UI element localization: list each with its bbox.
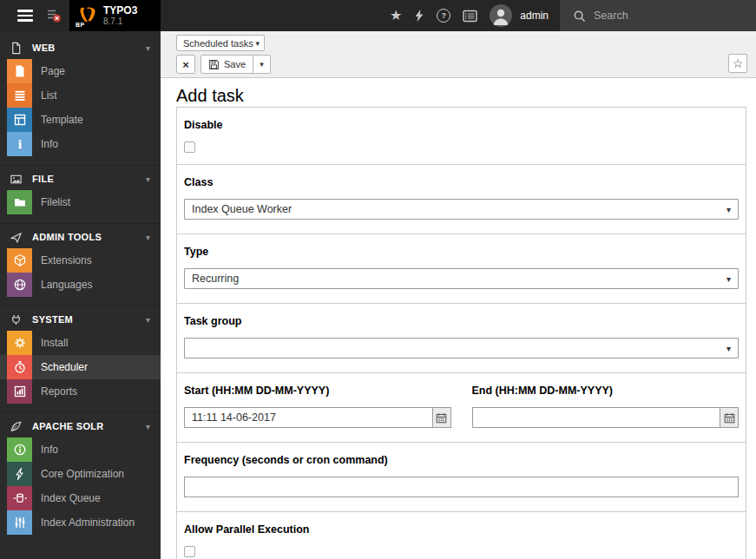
start-calendar-button[interactable] xyxy=(432,407,451,428)
sidebar-item-core-optimization[interactable]: Core Optimization xyxy=(0,462,161,486)
logo-badge: BP xyxy=(75,22,86,28)
sidebar-section-header-apache-solr[interactable]: APACHE SOLR ▾ xyxy=(0,415,161,437)
cube-icon xyxy=(7,248,32,273)
form-row-frequency: Frequency (seconds or cron command) xyxy=(177,442,746,511)
close-button[interactable]: × xyxy=(176,55,195,74)
start-input[interactable] xyxy=(184,407,433,428)
sidebar-section-header-system[interactable]: SYSTEM ▾ xyxy=(0,308,161,331)
scheduler-view-dropdown-value: Scheduled tasks xyxy=(183,38,253,49)
chevron-down-icon: ▾ xyxy=(146,233,150,242)
chevron-down-icon: ▾ xyxy=(726,274,731,284)
sidebar-item-reports[interactable]: Reports xyxy=(0,379,161,404)
save-button[interactable]: Save xyxy=(201,55,253,74)
sidebar-item-languages[interactable]: Languages xyxy=(0,273,161,297)
sidebar-item-info[interactable]: i Info xyxy=(0,132,161,156)
sidebar-item-list[interactable]: List xyxy=(0,83,161,108)
sidebar-item-template[interactable]: Template xyxy=(0,108,161,132)
section-label: APACHE SOLR xyxy=(32,421,146,431)
document-icon xyxy=(10,42,23,55)
parallel-checkbox[interactable] xyxy=(184,546,195,557)
disable-checkbox[interactable] xyxy=(184,141,195,153)
start-column: Start (HH:MM DD-MM-YYYY) xyxy=(184,385,451,428)
sidebar-section-header-file[interactable]: FILE ▾ xyxy=(0,168,161,190)
section-label: FILE xyxy=(32,174,146,184)
info-icon: i xyxy=(7,132,32,156)
stopwatch-icon xyxy=(7,355,32,379)
app-version: 8.7.1 xyxy=(103,16,137,26)
section-label: SYSTEM xyxy=(32,314,146,325)
calendar-icon xyxy=(436,412,447,424)
section-label: WEB xyxy=(32,43,146,53)
sidebar-item-page[interactable]: Page xyxy=(0,59,161,83)
chevron-down-icon: ▾ xyxy=(255,39,260,48)
frequency-input[interactable] xyxy=(184,477,739,497)
clear-cache-bolt-icon[interactable] xyxy=(414,9,424,23)
sidebar-section-header-web[interactable]: WEB ▾ xyxy=(0,36,161,59)
sidebar-item-extensions[interactable]: Extensions xyxy=(0,248,161,273)
bar-chart-icon xyxy=(7,379,32,404)
help-icon[interactable]: ? xyxy=(437,9,450,23)
sidebar-item-index-queue[interactable]: Index Queue xyxy=(0,486,161,510)
save-button-label: Save xyxy=(224,59,246,69)
user-avatar[interactable] xyxy=(490,4,512,27)
chevron-down-icon: ▾ xyxy=(146,422,150,431)
page-module-icon xyxy=(7,59,32,83)
username-label[interactable]: admin xyxy=(520,10,549,22)
gear-icon xyxy=(7,331,32,355)
end-label: End (HH:MM DD-MM-YYYY) xyxy=(472,385,740,397)
topbar-search[interactable]: Search xyxy=(560,0,756,31)
app-title: TYPO3 xyxy=(103,5,137,16)
end-input[interactable] xyxy=(472,407,721,428)
info-circle-icon xyxy=(7,437,32,462)
logo-text: TYPO3 8.7.1 xyxy=(103,5,137,26)
list-icon xyxy=(7,83,32,108)
topbar-icons: ★ ? admin xyxy=(390,0,560,31)
save-dropdown-button[interactable]: ▾ xyxy=(253,55,271,74)
type-select[interactable]: Recurring ▾ xyxy=(184,268,739,289)
sliders-icon xyxy=(7,510,32,535)
feather-icon xyxy=(10,420,23,433)
chevron-down-icon: ▾ xyxy=(146,174,150,184)
scheduler-view-dropdown[interactable]: Scheduled tasks ▾ xyxy=(176,35,265,51)
topbar: BP TYPO3 8.7.1 ★ ? admin Search xyxy=(0,0,756,31)
task-group-select[interactable]: ▾ xyxy=(184,338,739,358)
docheader-buttons: × Save ▾ xyxy=(176,55,747,74)
topbar-left xyxy=(0,0,69,31)
section-label: ADMIN TOOLS xyxy=(32,232,146,242)
sidebar-section-apache-solr: APACHE SOLR ▾ Info Core Optimization Ind… xyxy=(0,412,161,535)
logo-block[interactable]: BP TYPO3 8.7.1 xyxy=(69,0,161,31)
form-row-parallel: Allow Parallel Execution xyxy=(177,511,746,559)
form-row-start-end: Start (HH:MM DD-MM-YYYY) End (HH:MM DD-M… xyxy=(177,372,746,442)
end-column: End (HH:MM DD-MM-YYYY) xyxy=(472,385,740,428)
sidebar-item-index-administration[interactable]: Index Administration xyxy=(0,510,161,535)
class-select[interactable]: Index Queue Worker ▾ xyxy=(184,199,739,220)
globe-icon xyxy=(7,273,32,297)
chevron-down-icon: ▾ xyxy=(146,43,150,53)
end-calendar-button[interactable] xyxy=(720,407,739,428)
form-row-task-group: Task group ▾ xyxy=(177,303,746,372)
bookmark-star-button[interactable]: ☆ xyxy=(728,54,747,73)
plug-icon xyxy=(10,313,23,326)
sidebar-item-install[interactable]: Install xyxy=(0,331,161,355)
content-area: Scheduled tasks ▾ × Save ▾ ☆ Add task Di… xyxy=(161,31,756,559)
open-documents-close-badge-icon xyxy=(45,7,62,24)
open-documents-button[interactable] xyxy=(45,7,62,24)
form-row-disable: Disable xyxy=(177,108,746,164)
sidebar-item-scheduler[interactable]: Scheduler xyxy=(0,355,161,379)
favorites-star-icon[interactable]: ★ xyxy=(390,9,402,23)
task-group-label: Task group xyxy=(184,315,739,327)
menu-toggle-button[interactable] xyxy=(17,10,33,22)
add-task-form: Disable Class Index Queue Worker ▾ Type … xyxy=(176,107,746,559)
class-label: Class xyxy=(184,176,739,188)
sidebar-item-solr-info[interactable]: Info xyxy=(0,437,161,462)
sidebar-section-system: SYSTEM ▾ Install Scheduler Reports xyxy=(0,306,161,404)
folder-icon xyxy=(7,190,32,214)
template-layout-icon xyxy=(7,108,32,132)
type-label: Type xyxy=(184,246,739,258)
list-module-icon[interactable] xyxy=(463,10,477,23)
sidebar-section-header-admin-tools[interactable]: ADMIN TOOLS ▾ xyxy=(0,226,161,248)
page-title: Add task xyxy=(176,85,756,106)
sidebar-item-filelist[interactable]: Filelist xyxy=(0,190,161,214)
parallel-label: Allow Parallel Execution xyxy=(184,523,739,536)
disable-label: Disable xyxy=(184,119,739,131)
